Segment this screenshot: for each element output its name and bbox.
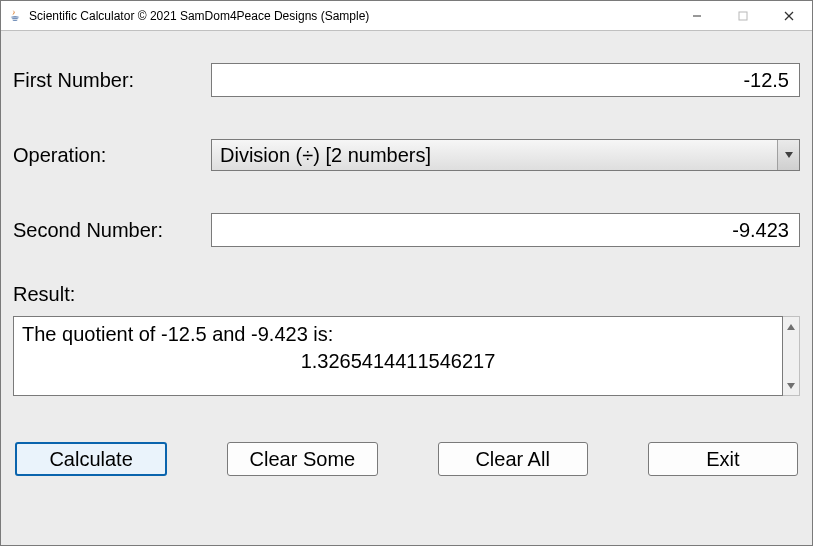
calculate-button[interactable]: Calculate	[15, 442, 167, 476]
scroll-up-icon[interactable]	[784, 319, 799, 334]
first-number-row: First Number:	[13, 63, 800, 97]
result-label: Result:	[13, 283, 800, 306]
svg-marker-6	[787, 383, 795, 389]
app-window: Scientific Calculator © 2021 SamDom4Peac…	[0, 0, 813, 546]
content-area: First Number: Operation: Division (÷) [2…	[1, 31, 812, 545]
clear-all-button[interactable]: Clear All	[438, 442, 588, 476]
close-button[interactable]	[766, 1, 812, 31]
maximize-button[interactable]	[720, 1, 766, 31]
java-app-icon	[7, 8, 23, 24]
svg-marker-5	[787, 324, 795, 330]
scroll-down-icon[interactable]	[784, 378, 799, 393]
svg-rect-1	[739, 12, 747, 20]
second-number-input[interactable]	[211, 213, 800, 247]
operation-select-value: Division (÷) [2 numbers]	[220, 144, 431, 167]
result-line1: The quotient of -12.5 and -9.423 is:	[22, 321, 774, 348]
second-number-label: Second Number:	[13, 219, 211, 242]
button-row: Calculate Clear Some Clear All Exit	[13, 442, 800, 476]
first-number-label: First Number:	[13, 69, 211, 92]
clear-some-button[interactable]: Clear Some	[227, 442, 377, 476]
window-title: Scientific Calculator © 2021 SamDom4Peac…	[29, 9, 369, 23]
operation-select[interactable]: Division (÷) [2 numbers]	[211, 139, 800, 171]
minimize-button[interactable]	[674, 1, 720, 31]
first-number-input[interactable]	[211, 63, 800, 97]
svg-marker-4	[785, 152, 793, 158]
operation-label: Operation:	[13, 144, 211, 167]
chevron-down-icon	[777, 140, 799, 170]
result-line2: 1.3265414411546217	[22, 348, 774, 375]
operation-row: Operation: Division (÷) [2 numbers]	[13, 139, 800, 171]
result-output: The quotient of -12.5 and -9.423 is: 1.3…	[13, 316, 783, 396]
titlebar: Scientific Calculator © 2021 SamDom4Peac…	[1, 1, 812, 31]
result-wrap: The quotient of -12.5 and -9.423 is: 1.3…	[13, 316, 800, 396]
result-scrollbar[interactable]	[783, 316, 800, 396]
exit-button[interactable]: Exit	[648, 442, 798, 476]
second-number-row: Second Number:	[13, 213, 800, 247]
result-section: Result: The quotient of -12.5 and -9.423…	[13, 283, 800, 396]
